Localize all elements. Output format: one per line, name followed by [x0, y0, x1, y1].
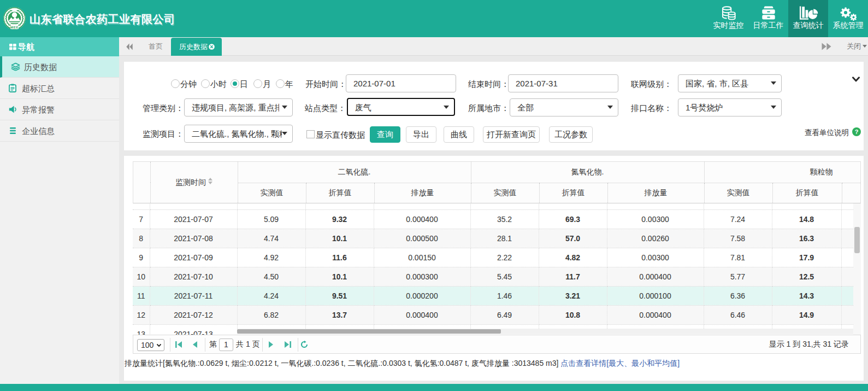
- svg-text:?: ?: [855, 129, 859, 135]
- svg-text:MEE: MEE: [10, 26, 19, 29]
